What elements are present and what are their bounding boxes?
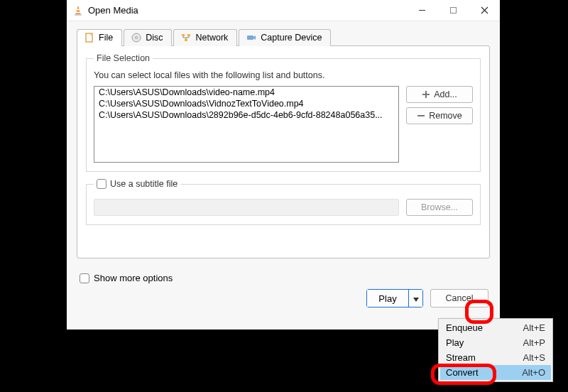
tab-label: Capture Device [261,33,322,43]
button-label: Cancel [446,293,474,303]
capture-icon [246,33,256,43]
svg-rect-14 [185,39,187,41]
svg-point-11 [136,37,138,39]
button-label: Add... [434,89,457,99]
play-split-button: Play [366,289,423,307]
chevron-down-icon [413,293,419,304]
menu-item-shortcut: Alt+E [523,322,545,333]
menu-item-label: Convert [446,367,522,378]
show-more-checkbox[interactable] [80,273,89,283]
maximize-button[interactable] [437,0,469,21]
menu-item-enqueue[interactable]: Enqueue Alt+E [440,320,551,335]
svg-rect-5 [450,8,456,13]
button-label: Browse... [421,202,458,212]
file-list[interactable]: C:\Users\ASUS\Downloads\video-name.mp4 C… [94,86,399,163]
tab-disc[interactable]: Disc [124,29,172,46]
menu-item-convert[interactable]: Convert Alt+O [440,365,551,380]
file-selection-group: File Selection You can select local file… [86,53,481,172]
list-item[interactable]: C:\Users\ASUS\Downloads\video-name.mp4 [94,87,398,98]
tab-capture-device[interactable]: Capture Device [239,29,331,46]
svg-rect-1 [75,14,82,16]
file-icon [84,33,94,43]
play-dropdown-menu: Enqueue Alt+E Play Alt+P Stream Alt+S Co… [438,318,553,382]
svg-rect-2 [77,9,80,10]
list-item[interactable]: C:\Users\ASUS\Downloads\2892b96e-d5dc-4e… [94,109,398,121]
show-more-label: Show more options [94,273,173,283]
menu-item-shortcut: Alt+P [523,337,545,348]
disc-icon [131,33,141,43]
subtitle-path-input [94,199,399,216]
add-button[interactable]: Add... [406,86,473,103]
dialog-body: File Disc Network Capture Device [67,21,500,330]
play-button[interactable]: Play [367,290,408,307]
list-item[interactable]: C:\Users\ASUS\Downloads\VidnozTextToVide… [94,98,398,109]
tab-network[interactable]: Network [173,29,237,46]
open-media-dialog: Open Media File Disc [67,0,500,330]
svg-rect-15 [247,36,253,40]
svg-marker-20 [413,298,419,302]
tab-label: Disc [146,33,163,43]
subtitle-browse-button: Browse... [406,199,473,216]
svg-rect-12 [182,34,185,36]
minimize-button[interactable] [406,0,437,21]
remove-button[interactable]: Remove [406,107,473,124]
network-icon [181,33,191,43]
subtitle-checkbox-label: Use a subtitle file [110,179,178,189]
vlc-icon [72,5,84,16]
menu-item-shortcut: Alt+O [522,367,545,378]
menu-item-label: Stream [446,352,523,363]
menu-item-shortcut: Alt+S [523,352,545,363]
window-title: Open Media [88,5,138,16]
subtitle-group: Use a subtitle file Browse... [86,179,481,225]
cancel-button[interactable]: Cancel [430,289,488,307]
svg-marker-16 [253,36,256,40]
titlebar: Open Media [67,0,500,21]
file-selection-instruction: You can select local files with the foll… [94,70,473,80]
menu-item-label: Enqueue [446,322,523,333]
tab-label: Network [195,33,228,43]
tab-file-panel: File Selection You can select local file… [77,45,490,258]
close-button[interactable] [469,0,500,21]
show-more-options-row: Show more options [80,273,490,283]
menu-item-label: Play [446,337,523,348]
file-selection-legend: File Selection [94,53,153,63]
button-label: Remove [429,111,462,121]
menu-item-stream[interactable]: Stream Alt+S [440,350,551,365]
plus-icon [422,90,430,99]
tab-label: File [99,33,113,43]
minus-icon [417,111,425,120]
tab-file[interactable]: File [77,29,122,46]
button-label: Play [378,293,396,304]
dialog-button-row: Play Cancel [77,289,490,307]
svg-rect-13 [187,34,190,36]
svg-rect-3 [76,11,80,13]
menu-item-play[interactable]: Play Alt+P [440,335,551,350]
subtitle-checkbox[interactable] [97,179,106,189]
play-dropdown-toggle[interactable] [408,290,422,307]
source-tabs: File Disc Network Capture Device [77,29,490,46]
